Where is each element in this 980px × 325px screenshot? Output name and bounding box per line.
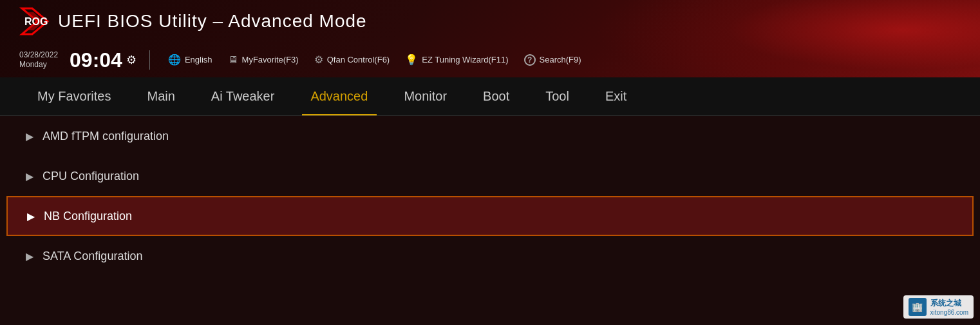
arrow-icon: ▶: [26, 130, 33, 143]
language-button[interactable]: 🌐 English: [163, 51, 218, 68]
day-text: Monday: [19, 60, 58, 69]
qfan-button[interactable]: ⚙ Qfan Control(F6): [309, 51, 395, 68]
nav-item-main[interactable]: Main: [129, 77, 193, 115]
myfavorite-button[interactable]: 🖥 MyFavorite(F3): [223, 52, 304, 68]
watermark-icon: 🏢: [909, 298, 927, 316]
datetime-block: 03/28/2022 Monday: [19, 50, 58, 69]
toolbar-divider: [149, 50, 150, 70]
search-button[interactable]: ? Search(F9): [519, 52, 587, 68]
watermark: 🏢 系统之城 xitong86.com: [903, 295, 974, 319]
menu-item-cpu-config[interactable]: ▶CPU Configuration: [0, 156, 980, 196]
myfavorite-label: MyFavorite(F3): [242, 55, 299, 64]
menu-item-label: SATA Configuration: [42, 250, 142, 263]
nav-item-monitor[interactable]: Monitor: [386, 77, 465, 115]
myfavorite-icon: 🖥: [228, 54, 238, 66]
language-label: English: [185, 55, 212, 64]
time-block: 09:04 ⚙: [70, 50, 137, 70]
nav-item-boot[interactable]: Boot: [465, 77, 527, 115]
rog-icon: ROG: [19, 6, 50, 37]
content-area: ▶AMD fTPM configuration▶CPU Configuratio…: [0, 116, 980, 302]
time-text: 09:04: [70, 50, 122, 70]
nav-item-ai-tweaker[interactable]: Ai Tweaker: [193, 77, 293, 115]
arrow-icon: ▶: [26, 250, 33, 262]
date-text: 03/28/2022: [19, 50, 58, 59]
nav-item-exit[interactable]: Exit: [587, 77, 645, 115]
menu-item-label: AMD fTPM configuration: [42, 130, 169, 143]
eztuning-label: EZ Tuning Wizard(F11): [422, 55, 508, 64]
qfan-icon: ⚙: [314, 54, 323, 66]
nav-item-advanced[interactable]: Advanced: [292, 77, 386, 115]
header-top: ROG UEFI BIOS Utility – Advanced Mode: [0, 0, 980, 42]
rog-logo: ROG UEFI BIOS Utility – Advanced Mode: [19, 6, 367, 37]
eztuning-icon: 💡: [405, 54, 418, 66]
qfan-label: Qfan Control(F6): [327, 55, 390, 64]
menu-item-label: CPU Configuration: [42, 170, 139, 183]
bios-title: UEFI BIOS Utility – Advanced Mode: [58, 11, 367, 32]
gear-icon[interactable]: ⚙: [126, 53, 137, 67]
menu-item-sata-config[interactable]: ▶SATA Configuration: [0, 236, 980, 276]
nav-bar: My FavoritesMainAi TweakerAdvancedMonito…: [0, 77, 980, 116]
arrow-icon: ▶: [27, 210, 35, 222]
svg-text:ROG: ROG: [24, 16, 48, 27]
nav-item-my-favorites[interactable]: My Favorites: [19, 77, 129, 115]
nav-item-tool[interactable]: Tool: [527, 77, 587, 115]
menu-item-nb-config[interactable]: ▶NB Configuration: [6, 196, 974, 236]
search-icon: ?: [524, 54, 536, 66]
watermark-text: 系统之城 xitong86.com: [930, 298, 968, 316]
arrow-icon: ▶: [26, 170, 33, 182]
language-icon: 🌐: [168, 54, 181, 66]
toolbar: 03/28/2022 Monday 09:04 ⚙ 🌐 English 🖥 My…: [0, 42, 980, 77]
menu-item-label: NB Configuration: [44, 210, 132, 223]
search-label: Search(F9): [540, 55, 581, 64]
eztuning-button[interactable]: 💡 EZ Tuning Wizard(F11): [400, 51, 513, 68]
menu-item-amd-ftpm[interactable]: ▶AMD fTPM configuration: [0, 116, 980, 156]
